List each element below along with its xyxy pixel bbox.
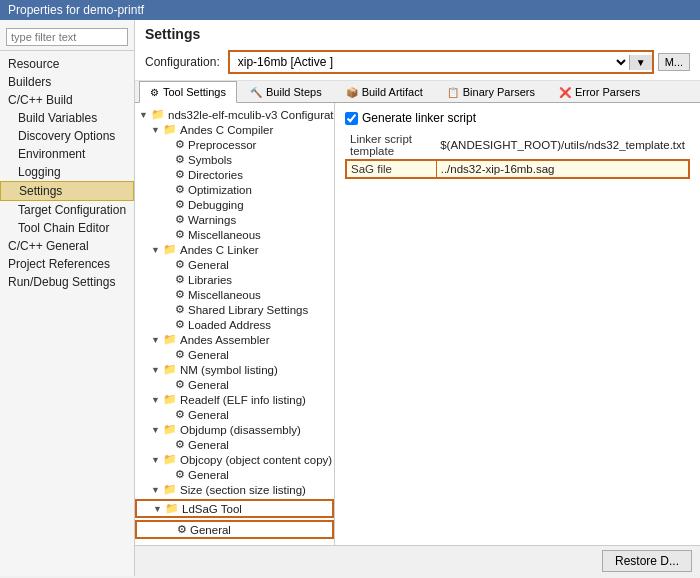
- settings-key: SaG file: [346, 160, 436, 178]
- tree-arrow: ▼: [151, 245, 163, 255]
- tree-item-andes-c-compiler[interactable]: ▼📁Andes C Compiler: [135, 122, 334, 137]
- tree-item-general[interactable]: ⚙General: [135, 377, 334, 392]
- item-icon: ⚙: [175, 198, 185, 211]
- item-icon: ⚙: [175, 153, 185, 166]
- item-icon: ⚙: [175, 213, 185, 226]
- item-icon: ⚙: [175, 168, 185, 181]
- sidebar-item-c/c++-build[interactable]: C/C++ Build: [0, 91, 134, 109]
- tab-label: Build Artifact: [362, 86, 423, 98]
- tab-icon-error-parsers: ❌: [559, 87, 571, 98]
- sidebar-item-discovery-options[interactable]: Discovery Options: [0, 127, 134, 145]
- tree-label: LdSaG Tool: [182, 503, 242, 515]
- tree-label: Andes Assembler: [180, 334, 270, 346]
- tree-item-general[interactable]: ⚙General: [135, 437, 334, 452]
- sidebar-item-resource[interactable]: Resource: [0, 55, 134, 73]
- tree-arrow: ▼: [151, 395, 163, 405]
- tree-item-miscellaneous[interactable]: ⚙Miscellaneous: [135, 227, 334, 242]
- title-bar: Properties for demo-printf: [0, 0, 700, 20]
- settings-table: Linker script template$(ANDESIGHT_ROOT)/…: [345, 131, 690, 179]
- tree-item-warnings[interactable]: ⚙Warnings: [135, 212, 334, 227]
- sidebar-item-tool-chain-editor[interactable]: Tool Chain Editor: [0, 219, 134, 237]
- sidebar-item-environment[interactable]: Environment: [0, 145, 134, 163]
- sidebar: ResourceBuildersC/C++ BuildBuild Variabl…: [0, 20, 135, 576]
- settings-row-linker-script-template: Linker script template$(ANDESIGHT_ROOT)/…: [346, 131, 689, 160]
- tree-arrow: ▼: [151, 335, 163, 345]
- tree-panel: ▼📁nds32le-elf-mculib-v3 Configurations▼📁…: [135, 103, 335, 545]
- main-panel: ▼📁nds32le-elf-mculib-v3 Configurations▼📁…: [135, 103, 700, 545]
- tab-label: Error Parsers: [575, 86, 640, 98]
- tree-item-nds32le-elf-mculib-v3-configurations[interactable]: ▼📁nds32le-elf-mculib-v3 Configurations: [135, 107, 334, 122]
- tree-label: Libraries: [188, 274, 232, 286]
- tree-item-nm--symbol-listing-[interactable]: ▼📁NM (symbol listing): [135, 362, 334, 377]
- tree-item-debugging[interactable]: ⚙Debugging: [135, 197, 334, 212]
- item-icon: ⚙: [175, 273, 185, 286]
- sidebar-item-run/debug-settings[interactable]: Run/Debug Settings: [0, 273, 134, 291]
- tree-item-objcopy--object-content-copy-[interactable]: ▼📁Objcopy (object content copy): [135, 452, 334, 467]
- tree-item-ldsag-tool[interactable]: ▼📁LdSaG Tool: [135, 499, 334, 518]
- tree-item-andes-c-linker[interactable]: ▼📁Andes C Linker: [135, 242, 334, 257]
- item-icon: ⚙: [175, 348, 185, 361]
- restore-button[interactable]: Restore D...: [602, 550, 692, 572]
- tab-build-artifact[interactable]: 📦Build Artifact: [335, 81, 434, 102]
- tree-item-directories[interactable]: ⚙Directories: [135, 167, 334, 182]
- bottom-bar: Restore D...: [135, 545, 700, 576]
- item-icon: ⚙: [175, 228, 185, 241]
- tab-binary-parsers[interactable]: 📋Binary Parsers: [436, 81, 546, 102]
- tree-label: Objdump (disassembly): [180, 424, 301, 436]
- tree-item-general[interactable]: ⚙General: [135, 467, 334, 482]
- tree-arrow: ▼: [151, 125, 163, 135]
- tab-error-parsers[interactable]: ❌Error Parsers: [548, 81, 651, 102]
- folder-icon: 📁: [163, 423, 177, 436]
- tree-item-loaded-address[interactable]: ⚙Loaded Address: [135, 317, 334, 332]
- tree-label: Directories: [188, 169, 243, 181]
- tree-label: Andes C Linker: [180, 244, 259, 256]
- generate-linker-checkbox[interactable]: [345, 112, 358, 125]
- sidebar-filter-input[interactable]: [6, 28, 128, 46]
- sidebar-item-builders[interactable]: Builders: [0, 73, 134, 91]
- tab-label: Build Steps: [266, 86, 322, 98]
- tree-item-libraries[interactable]: ⚙Libraries: [135, 272, 334, 287]
- item-icon: ⚙: [175, 318, 185, 331]
- item-icon: ⚙: [175, 378, 185, 391]
- tree-item-general[interactable]: ⚙General: [135, 520, 334, 539]
- sidebar-item-settings[interactable]: Settings: [0, 181, 134, 201]
- tree-arrow: ▼: [151, 365, 163, 375]
- generate-linker-row: Generate linker script: [345, 111, 690, 125]
- folder-icon: 📁: [163, 453, 177, 466]
- sidebar-item-project-references[interactable]: Project References: [0, 255, 134, 273]
- config-dropdown[interactable]: xip-16mb [Active ]: [230, 52, 629, 72]
- tree-item-objdump--disassembly-[interactable]: ▼📁Objdump (disassembly): [135, 422, 334, 437]
- sidebar-item-logging[interactable]: Logging: [0, 163, 134, 181]
- manage-config-button[interactable]: M...: [658, 53, 690, 71]
- item-icon: ⚙: [175, 183, 185, 196]
- tree-item-size--section-size-listing-[interactable]: ▼📁Size (section size listing): [135, 482, 334, 497]
- settings-row-sag-file: SaG file../nds32-xip-16mb.sag: [346, 160, 689, 178]
- tree-label: Warnings: [188, 214, 236, 226]
- tree-item-shared-library-settings[interactable]: ⚙Shared Library Settings: [135, 302, 334, 317]
- tree-item-preprocessor[interactable]: ⚙Preprocessor: [135, 137, 334, 152]
- tree-arrow: ▼: [153, 504, 165, 514]
- item-icon: ⚙: [175, 408, 185, 421]
- sidebar-item-target-configuration[interactable]: Target Configuration: [0, 201, 134, 219]
- tree-item-readelf--elf-info-listing-[interactable]: ▼📁Readelf (ELF info listing): [135, 392, 334, 407]
- sidebar-item-build-variables[interactable]: Build Variables: [0, 109, 134, 127]
- sidebar-filter-wrapper: [0, 24, 134, 51]
- tree-item-general[interactable]: ⚙General: [135, 407, 334, 422]
- sidebar-item-c/c++-general[interactable]: C/C++ General: [0, 237, 134, 255]
- tree-item-andes-assembler[interactable]: ▼📁Andes Assembler: [135, 332, 334, 347]
- tree-item-optimization[interactable]: ⚙Optimization: [135, 182, 334, 197]
- settings-panel: Generate linker script Linker script tem…: [335, 103, 700, 545]
- tree-item-symbols[interactable]: ⚙Symbols: [135, 152, 334, 167]
- folder-icon: 📁: [163, 243, 177, 256]
- tab-tool-settings[interactable]: ⚙Tool Settings: [139, 81, 237, 103]
- config-combo-wrapper: xip-16mb [Active ] ▼: [228, 50, 654, 74]
- tree-item-general[interactable]: ⚙General: [135, 257, 334, 272]
- tab-build-steps[interactable]: 🔨Build Steps: [239, 81, 333, 102]
- tree-item-miscellaneous[interactable]: ⚙Miscellaneous: [135, 287, 334, 302]
- generate-linker-label[interactable]: Generate linker script: [345, 111, 476, 125]
- config-dropdown-arrow[interactable]: ▼: [629, 55, 652, 70]
- item-icon: ⚙: [175, 303, 185, 316]
- tree-item-general[interactable]: ⚙General: [135, 347, 334, 362]
- tree-label: Objcopy (object content copy): [180, 454, 332, 466]
- settings-key: Linker script template: [346, 131, 436, 160]
